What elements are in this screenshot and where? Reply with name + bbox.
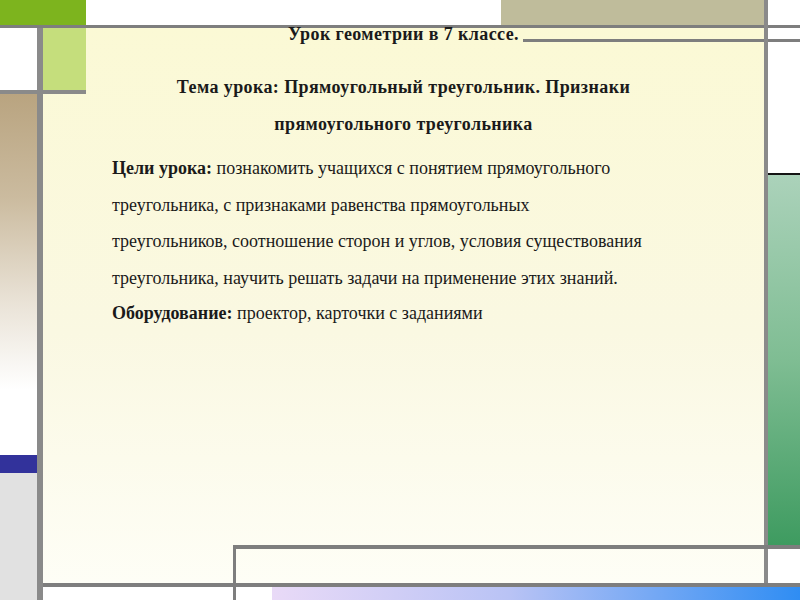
lesson-goals: Цели урока: познакомить учащихся с понят… <box>112 150 752 296</box>
slide-title: Урок геометрии в 7 классе. <box>43 24 764 45</box>
equipment-label: Оборудование: <box>112 303 233 323</box>
bottom-gradient-bar <box>272 587 800 600</box>
lesson-goals-line1: Цели урока: познакомить учащихся с понят… <box>112 150 752 187</box>
bottom-box-left-border <box>233 545 236 600</box>
top-right-tan-bar <box>501 0 764 25</box>
bottom-box-top-border <box>233 545 800 549</box>
equipment-line: Оборудование: проектор, карточки с задан… <box>112 303 483 324</box>
lesson-goals-line1-text: познакомить учащихся с понятием прямоуго… <box>212 158 610 178</box>
left-indigo-bar <box>0 455 37 473</box>
lesson-goals-line2: треугольника, с признаками равенства пря… <box>112 187 752 224</box>
lesson-topic-line1: Тема урока: Прямоугольный треугольник. П… <box>43 69 764 106</box>
top-left-green-block <box>0 0 86 25</box>
lesson-goals-label: Цели урока: <box>112 158 212 178</box>
lesson-goals-line3: треугольников, соотношение сторон и угло… <box>112 223 752 260</box>
presentation-slide: Урок геометрии в 7 классе. Тема урока: П… <box>0 0 800 600</box>
lesson-goals-line4: треугольника, научить решать задачи на п… <box>112 260 752 297</box>
lesson-topic: Тема урока: Прямоугольный треугольник. П… <box>43 69 764 143</box>
right-green-gradient-panel <box>768 173 800 545</box>
equipment-text: проектор, карточки с заданиями <box>233 303 483 323</box>
left-tan-gradient-strip <box>0 94 37 390</box>
left-gray-strip <box>0 473 37 600</box>
lesson-topic-line2: прямоугольного треугольника <box>43 106 764 143</box>
